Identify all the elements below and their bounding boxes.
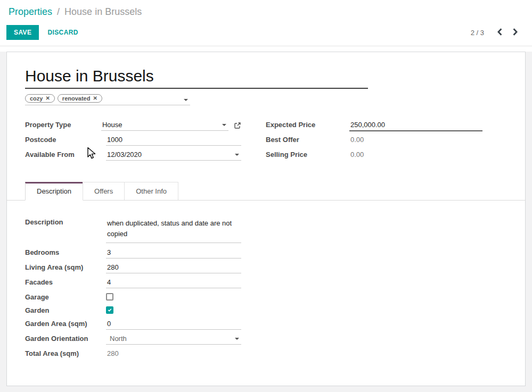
- remove-tag-icon[interactable]: ✕: [45, 95, 50, 101]
- expected-price-input[interactable]: 250,000.00: [349, 119, 482, 131]
- postcode-value: 1000: [107, 136, 122, 144]
- best-offer-label: Best Offer: [266, 134, 349, 144]
- pager-previous-button[interactable]: [496, 27, 504, 38]
- tag-cozy[interactable]: cozy ✕: [25, 94, 55, 103]
- garden-area-label: Garden Area (sqm): [25, 318, 106, 328]
- field-row-postcode: Postcode 1000: [25, 134, 241, 148]
- form-view-background: House in Brussels cozy ✕ renovated ✕ Pro…: [0, 52, 532, 392]
- chevron-left-icon: [497, 28, 503, 37]
- property-type-label: Property Type: [25, 119, 101, 129]
- total-area-label: Total Area (sqm): [25, 347, 106, 357]
- field-row-total-area: Total Area (sqm) 280: [25, 347, 241, 362]
- breadcrumb: Properties / House in Brussels: [9, 6, 519, 18]
- field-row-selling-price: Selling Price 0.00: [266, 148, 482, 163]
- description-value: when duplicated, status and date are not…: [107, 218, 236, 241]
- breadcrumb-parent-link[interactable]: Properties: [9, 6, 52, 17]
- selling-price-value: 0.00: [349, 148, 482, 160]
- control-panel: Properties / House in Brussels SAVE DISC…: [0, 0, 532, 46]
- field-row-garage: Garage: [25, 291, 241, 304]
- tab-description[interactable]: Description: [25, 182, 83, 201]
- save-button[interactable]: SAVE: [6, 25, 39, 40]
- tab-offers[interactable]: Offers: [83, 182, 125, 200]
- field-column-right: Expected Price 250,000.00 Best Offer 0.0…: [266, 119, 482, 163]
- field-row-available-from: Available From 12/03/2020: [25, 148, 241, 163]
- garden-orientation-select[interactable]: North: [106, 332, 241, 345]
- field-group: Property Type House Postcode 1000: [25, 119, 482, 163]
- form-sheet: House in Brussels cozy ✕ renovated ✕ Pro…: [6, 52, 526, 386]
- pager: 2 / 3: [471, 27, 519, 38]
- checkmark-icon: [107, 307, 112, 313]
- field-row-best-offer: Best Offer 0.00: [266, 134, 482, 148]
- property-type-select[interactable]: House: [101, 119, 228, 131]
- description-label: Description: [25, 216, 106, 226]
- chevron-right-icon: [512, 28, 518, 37]
- bedrooms-label: Bedrooms: [25, 246, 106, 256]
- tag-renovated[interactable]: renovated ✕: [58, 94, 102, 103]
- living-area-input[interactable]: 280: [106, 261, 241, 273]
- field-row-description: Description when duplicated, status and …: [25, 216, 241, 243]
- garden-area-input[interactable]: 0: [106, 318, 241, 330]
- garden-orientation-label: Garden Orientation: [25, 332, 106, 343]
- title-input-underline: House in Brussels: [25, 66, 368, 89]
- field-row-property-type: Property Type House: [25, 119, 241, 134]
- tag-label: cozy: [30, 95, 43, 102]
- open-record-icon[interactable]: [234, 122, 241, 131]
- chevron-down-icon[interactable]: [222, 124, 226, 126]
- expected-price-value: 250,000.00: [350, 121, 385, 129]
- field-row-facades: Facades 4: [25, 276, 241, 291]
- garage-checkbox[interactable]: [106, 293, 113, 301]
- field-row-bedrooms: Bedrooms 3: [25, 246, 241, 261]
- postcode-input[interactable]: 1000: [106, 134, 241, 146]
- garden-label: Garden: [25, 304, 106, 314]
- available-from-datepicker[interactable]: 12/03/2020: [106, 148, 241, 161]
- field-row-garden: Garden: [25, 304, 241, 318]
- tag-label: renovated: [62, 95, 91, 102]
- description-textarea[interactable]: when duplicated, status and date are not…: [106, 216, 241, 243]
- field-row-living-area: Living Area (sqm) 280: [25, 261, 241, 276]
- best-offer-value: 0.00: [349, 134, 482, 145]
- chevron-down-icon[interactable]: [235, 338, 239, 340]
- total-area-value: 280: [106, 347, 241, 359]
- available-from-label: Available From: [25, 148, 106, 159]
- available-from-value: 12/03/2020: [107, 151, 142, 159]
- breadcrumb-separator: /: [55, 6, 62, 17]
- tags-input[interactable]: cozy ✕ renovated ✕: [25, 94, 190, 105]
- living-area-label: Living Area (sqm): [25, 261, 106, 271]
- field-row-expected-price: Expected Price 250,000.00: [266, 119, 482, 134]
- garage-label: Garage: [25, 291, 106, 301]
- field-column-left: Property Type House Postcode 1000: [25, 119, 241, 163]
- field-row-garden-area: Garden Area (sqm) 0: [25, 318, 241, 332]
- facades-label: Facades: [25, 276, 106, 286]
- remove-tag-icon[interactable]: ✕: [93, 95, 97, 101]
- notebook-tabs: Description Offers Other Info: [7, 182, 525, 201]
- garden-checkbox[interactable]: [106, 306, 113, 314]
- toolbar: SAVE DISCARD 2 / 3: [6, 25, 519, 40]
- property-type-value: House: [102, 121, 122, 129]
- breadcrumb-current: House in Brussels: [64, 6, 142, 17]
- tab-other-info[interactable]: Other Info: [124, 182, 178, 200]
- selling-price-label: Selling Price: [266, 148, 349, 159]
- chevron-down-icon[interactable]: [184, 99, 188, 101]
- pager-next-button[interactable]: [511, 27, 519, 38]
- chevron-down-icon[interactable]: [235, 154, 239, 156]
- record-title-input[interactable]: House in Brussels: [25, 66, 368, 86]
- discard-button[interactable]: DISCARD: [47, 29, 78, 36]
- bedrooms-input[interactable]: 3: [106, 246, 241, 258]
- pager-count: 2 / 3: [471, 29, 484, 37]
- postcode-label: Postcode: [25, 134, 106, 144]
- facades-input[interactable]: 4: [106, 276, 241, 288]
- expected-price-label: Expected Price: [266, 119, 349, 129]
- tab-content-description: Description when duplicated, status and …: [7, 201, 525, 362]
- field-row-garden-orientation: Garden Orientation North: [25, 332, 241, 347]
